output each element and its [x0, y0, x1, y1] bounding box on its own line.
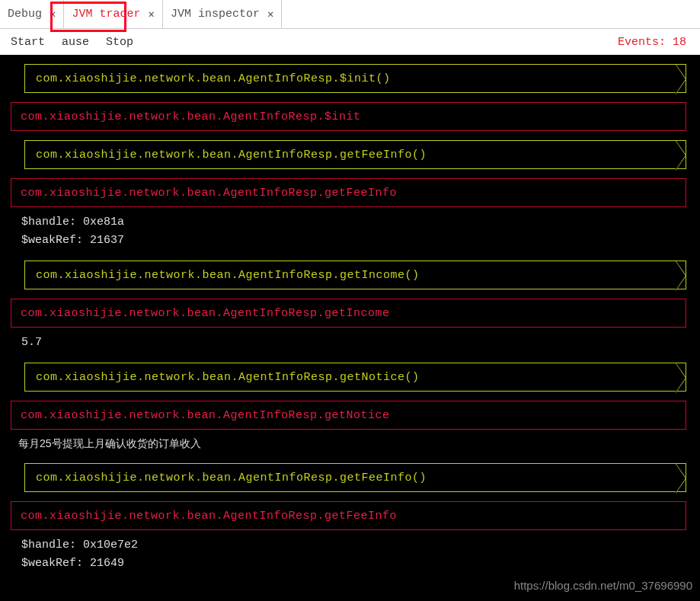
tab-row: Debug ✕ JVM tracer ✕ JVM inspector ✕ — [0, 0, 700, 29]
start-button[interactable]: Start — [11, 36, 45, 49]
trace-call[interactable]: com.xiaoshijie.network.bean.AgentInfoRes… — [24, 463, 686, 492]
events-counter: Events: 18 — [618, 36, 686, 49]
tab-jvm-tracer[interactable]: JVM tracer ✕ — [64, 0, 162, 28]
pause-button[interactable]: ause — [62, 36, 89, 49]
trace-return[interactable]: com.xiaoshijie.network.bean.AgentInfoRes… — [11, 178, 686, 207]
top-bar: Debug ✕ JVM tracer ✕ JVM inspector ✕ Sta… — [0, 0, 700, 55]
stop-button[interactable]: Stop — [106, 36, 133, 49]
tab-jvm-inspector[interactable]: JVM inspector ✕ — [163, 0, 282, 28]
trace-detail: $handle: 0x10e7e2 $weakRef: 21649 — [0, 533, 700, 574]
trace-detail: $handle: 0xe81a $weakRef: 21637 — [0, 210, 700, 251]
trace-return[interactable]: com.xiaoshijie.network.bean.AgentInfoRes… — [11, 102, 686, 131]
trace-return[interactable]: com.xiaoshijie.network.bean.AgentInfoRes… — [11, 401, 686, 430]
close-icon[interactable]: ✕ — [267, 8, 273, 21]
trace-call[interactable]: com.xiaoshijie.network.bean.AgentInfoRes… — [24, 140, 686, 169]
trace-return[interactable]: com.xiaoshijie.network.bean.AgentInfoRes… — [11, 299, 686, 328]
tab-label: JVM tracer — [72, 8, 140, 21]
trace-call[interactable]: com.xiaoshijie.network.bean.AgentInfoRes… — [24, 363, 686, 392]
tab-debug[interactable]: Debug ✕ — [0, 0, 64, 28]
toolbar-row: Start ause Stop Events: 18 — [0, 29, 700, 55]
trace-detail: 5.7 — [0, 331, 700, 353]
trace-call[interactable]: com.xiaoshijie.network.bean.AgentInfoRes… — [24, 64, 686, 93]
trace-detail: 每月25号提现上月确认收货的订单收入 — [0, 433, 700, 454]
close-icon[interactable]: ✕ — [50, 8, 56, 21]
close-icon[interactable]: ✕ — [148, 8, 154, 21]
tab-label: JVM inspector — [171, 8, 260, 21]
trace-call[interactable]: com.xiaoshijie.network.bean.AgentInfoRes… — [24, 261, 686, 289]
watermark: https://blog.csdn.net/m0_37696990 — [514, 579, 692, 592]
toolbar-left: Start ause Stop — [11, 36, 133, 49]
tab-label: Debug — [8, 8, 42, 21]
trace-area: com.xiaoshijie.network.bean.AgentInfoRes… — [0, 64, 700, 601]
trace-return[interactable]: com.xiaoshijie.network.bean.AgentInfoRes… — [11, 501, 686, 530]
